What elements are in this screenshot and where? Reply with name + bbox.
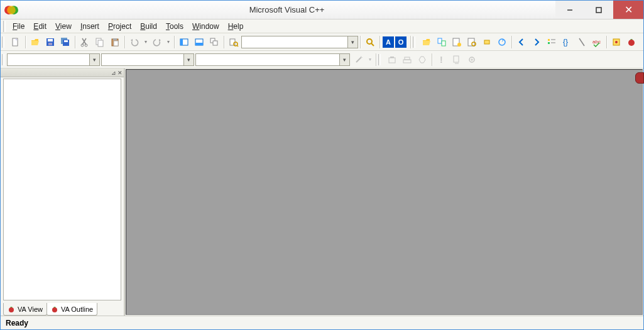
execute-icon[interactable]: ! [435, 53, 449, 67]
find-combo[interactable] [241, 36, 358, 48]
menu-tools[interactable]: Tools [161, 21, 188, 32]
maximize-button[interactable] [584, 1, 613, 19]
member-combo[interactable] [101, 53, 194, 66]
undo-drop-icon[interactable]: ▾ [143, 35, 149, 49]
stop-build-icon[interactable] [415, 53, 429, 67]
toolbar-secondary: ▾ ! [1, 51, 643, 69]
menu-items: FileEditViewInsertProjectBuildToolsWindo… [8, 21, 248, 32]
svg-rect-52 [454, 56, 459, 62]
panel-close-icon[interactable]: ✕ [117, 70, 123, 76]
toolbar-grip[interactable] [378, 54, 381, 65]
tab-va-outline[interactable]: VA Outline [46, 303, 97, 316]
svg-point-54 [9, 307, 14, 312]
svg-rect-11 [64, 40, 68, 42]
va-outline-icon[interactable] [545, 35, 559, 49]
svg-point-2 [7, 6, 16, 14]
wizard-drop-icon[interactable]: ▾ [367, 53, 373, 67]
output-icon[interactable] [192, 35, 206, 49]
tomato-icon[interactable] [625, 35, 638, 49]
va-options-icon[interactable] [609, 35, 623, 49]
app-icon [4, 3, 18, 17]
svg-line-29 [371, 43, 374, 46]
braces-icon[interactable]: {} [560, 35, 574, 49]
va-header-source-icon[interactable] [435, 35, 449, 49]
menu-view[interactable]: View [51, 21, 76, 32]
paste-icon[interactable] [108, 35, 122, 49]
menu-window[interactable]: Window [188, 21, 224, 32]
go-icon[interactable] [450, 53, 464, 67]
svg-point-28 [367, 39, 372, 44]
cut-icon[interactable] [78, 35, 92, 49]
svg-rect-30 [438, 38, 442, 43]
va-find-references-icon[interactable] [450, 35, 464, 49]
menu-edit[interactable]: Edit [29, 21, 51, 32]
window-title: Microsoft Visual C++ [18, 5, 555, 14]
nav-back-icon[interactable] [515, 35, 528, 49]
toolbar-grip[interactable] [2, 54, 4, 65]
svg-point-47 [628, 40, 635, 46]
menu-file[interactable]: File [8, 21, 29, 32]
va-refactor-icon[interactable] [495, 35, 509, 49]
minimize-button[interactable] [555, 1, 584, 19]
wizard-icon[interactable] [352, 53, 366, 67]
menu-insert[interactable]: Insert [76, 21, 104, 32]
letter-o-box[interactable]: O [395, 36, 407, 48]
svg-rect-31 [442, 41, 445, 46]
toolbar-grip[interactable] [2, 36, 4, 48]
svg-rect-4 [596, 8, 601, 13]
edge-tab[interactable] [635, 72, 644, 84]
va-open-file-icon[interactable] [420, 35, 434, 49]
find-in-files-icon[interactable] [227, 35, 241, 49]
tomato-icon [8, 305, 15, 313]
tomato-icon [51, 305, 58, 313]
svg-rect-39 [548, 42, 550, 44]
close-button[interactable]: ✕ [613, 1, 643, 19]
panel-header: ⊿ ✕ [1, 69, 124, 77]
save-icon[interactable] [43, 35, 57, 49]
undo-icon[interactable] [128, 35, 141, 49]
workspace-icon[interactable] [177, 35, 191, 49]
va-find-symbol-icon[interactable] [465, 35, 479, 49]
spellcheck-icon[interactable]: abc [590, 35, 604, 49]
open-icon[interactable] [28, 35, 42, 49]
va-toolbar: {} abc [418, 35, 640, 50]
svg-line-27 [237, 45, 238, 47]
svg-rect-18 [114, 41, 118, 46]
window-list-icon[interactable] [207, 35, 221, 49]
redo-icon[interactable] [150, 35, 164, 49]
svg-point-37 [499, 39, 505, 45]
panel-pin-icon[interactable]: ⊿ [111, 70, 116, 76]
letter-a-box[interactable]: A [383, 36, 394, 48]
copy-icon[interactable] [93, 35, 107, 49]
divider-icon[interactable] [575, 35, 589, 49]
menu-help[interactable]: Help [224, 21, 248, 32]
svg-rect-22 [195, 43, 203, 45]
build-icon[interactable] [400, 53, 414, 67]
menu-build[interactable]: Build [136, 21, 161, 32]
mdi-client-area[interactable] [126, 69, 643, 315]
redo-drop-icon[interactable]: ▾ [165, 35, 172, 49]
class-combo[interactable] [7, 53, 100, 66]
save-all-icon[interactable] [58, 35, 72, 49]
function-combo[interactable] [195, 53, 350, 66]
svg-rect-20 [180, 39, 183, 45]
toolbar-grip[interactable] [413, 36, 415, 48]
toolbar-grip[interactable] [3, 21, 6, 32]
svg-rect-8 [48, 43, 52, 45]
breakpoint-icon[interactable] [465, 53, 479, 67]
va-context-icon[interactable] [480, 35, 494, 49]
svg-rect-36 [484, 40, 489, 44]
svg-line-43 [579, 38, 584, 46]
menu-project[interactable]: Project [104, 21, 136, 32]
toolbar-main: ▾ ▾ A O {} abc [1, 33, 643, 51]
svg-rect-15 [98, 40, 103, 47]
menu-bar: FileEditViewInsertProjectBuildToolsWindo… [1, 19, 643, 33]
compile-icon[interactable] [385, 53, 399, 67]
new-file-icon[interactable] [9, 35, 23, 49]
side-panel: ⊿ ✕ VA ViewVA Outline [1, 69, 125, 316]
nav-forward-icon[interactable] [530, 35, 543, 49]
svg-rect-38 [548, 39, 550, 41]
find-icon[interactable] [363, 35, 377, 49]
panel-content[interactable] [3, 79, 121, 300]
tab-va-view[interactable]: VA View [3, 303, 47, 316]
